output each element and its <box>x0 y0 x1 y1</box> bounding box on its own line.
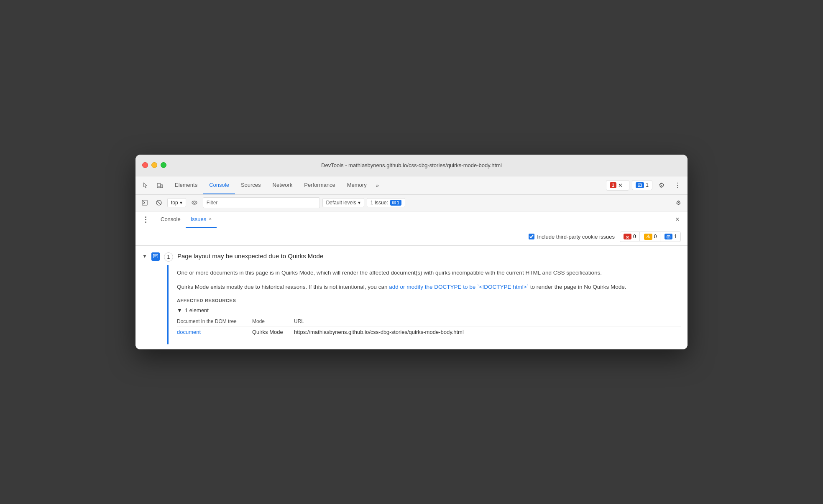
issue-badge: 1 <box>390 200 401 206</box>
console-toolbar: top ▾ Default levels ▾ 1 Issue: 1 ⚙ <box>135 195 688 211</box>
cursor-icon[interactable] <box>139 178 152 192</box>
maximize-button[interactable] <box>161 162 166 168</box>
traffic-lights <box>142 162 166 168</box>
main-toolbar: Elements Console Sources Network Perform… <box>135 176 688 195</box>
console-settings-button[interactable]: ⚙ <box>672 197 684 209</box>
info-count-filter[interactable]: 1 <box>661 232 680 241</box>
third-party-cookie-checkbox[interactable] <box>529 234 534 239</box>
tab-performance[interactable]: Performance <box>298 176 341 194</box>
svg-rect-3 <box>638 184 642 187</box>
issue-row: ▼ 1 Page layout may be unexpected due to… <box>142 251 681 262</box>
issue-detail: One or more documents in this page is in… <box>167 265 681 344</box>
issue-expand-arrow[interactable]: ▼ <box>142 253 147 259</box>
issue-title: Page layout may be unexpected due to Qui… <box>177 252 323 260</box>
issue-count-button[interactable]: 1 Issue: 1 <box>367 198 405 207</box>
run-script-button[interactable] <box>139 197 151 209</box>
tab-sources[interactable]: Sources <box>235 176 267 194</box>
error-count-button[interactable]: 1 ✕ <box>606 180 629 191</box>
issues-counts: 0 ⚠ 0 1 <box>620 232 681 242</box>
svg-rect-19 <box>153 254 158 258</box>
tab-console-panel[interactable]: Console <box>156 211 186 228</box>
resource-document-link[interactable]: document <box>177 329 201 335</box>
resources-table: Document in the DOM tree Mode URL docume… <box>177 317 681 338</box>
svg-point-9 <box>192 201 197 204</box>
panel-tabs: Console Issues × × <box>135 211 688 228</box>
col-header-mode: Mode <box>252 317 294 326</box>
issue-description-2: Quirks Mode exists mostly due to histori… <box>177 283 681 292</box>
svg-point-10 <box>194 202 195 204</box>
filter-input[interactable] <box>203 197 320 208</box>
doctype-link[interactable]: add or modify the DOCTYPE to be `<!DOCTY… <box>389 284 529 290</box>
affected-resources-label: AFFECTED RESOURCES <box>177 298 681 303</box>
chevron-down-icon: ▾ <box>358 200 360 206</box>
message-badge <box>636 182 644 188</box>
more-tabs-button[interactable]: » <box>373 182 382 188</box>
third-party-cookie-checkbox-label[interactable]: Include third-party cookie issues <box>529 234 615 240</box>
issue-type-icon <box>151 252 160 261</box>
col-header-document: Document in the DOM tree <box>177 317 252 326</box>
resource-document-cell: document <box>177 326 252 338</box>
title-bar: DevTools - mathiasbynens.github.io/css-d… <box>135 155 688 176</box>
devtools-window: DevTools - mathiasbynens.github.io/css-d… <box>135 155 688 349</box>
close-button[interactable] <box>142 162 148 168</box>
resource-url-cell: https://mathiasbynens.github.io/css-dbg-… <box>294 326 681 338</box>
svg-rect-16 <box>667 236 670 238</box>
tab-memory[interactable]: Memory <box>341 176 373 194</box>
minimize-button[interactable] <box>151 162 157 168</box>
more-options-button[interactable]: ⋮ <box>671 178 684 192</box>
resource-mode-cell: Quirks Mode <box>252 326 294 338</box>
svg-rect-11 <box>393 201 396 204</box>
tab-console[interactable]: Console <box>203 176 235 194</box>
svg-line-8 <box>157 201 161 205</box>
block-button[interactable] <box>153 197 165 209</box>
table-row: document Quirks Mode https://mathiasbyne… <box>177 326 681 338</box>
warning-count-filter[interactable]: ⚠ 0 <box>641 232 661 242</box>
tab-network[interactable]: Network <box>267 176 299 194</box>
chevron-down-icon: ▾ <box>180 200 182 206</box>
tab-elements[interactable]: Elements <box>169 176 203 194</box>
error-count-badge <box>624 234 631 239</box>
eye-button[interactable] <box>189 197 200 209</box>
error-count-filter[interactable]: 0 <box>620 232 640 241</box>
panel-menu-button[interactable] <box>141 214 151 224</box>
tab-list: Elements Console Sources Network Perform… <box>169 176 605 194</box>
warning-count-badge: ⚠ <box>644 234 652 240</box>
issue-count-circle: 1 <box>164 252 173 262</box>
close-issues-tab-button[interactable]: × <box>209 216 212 222</box>
device-icon[interactable] <box>153 178 166 192</box>
toolbar-right: 1 ✕ 1 ⚙ ⋮ <box>606 178 684 192</box>
close-panel-button[interactable]: × <box>672 214 682 224</box>
issues-filter-bar: Include third-party cookie issues 0 ⚠ 0 <box>135 228 688 246</box>
issues-panel: ▼ 1 Page layout may be unexpected due to… <box>135 246 688 349</box>
settings-button[interactable]: ⚙ <box>655 178 668 192</box>
top-context-selector[interactable]: top ▾ <box>167 198 186 207</box>
content-area: Console Issues × × Include third-party c… <box>135 211 688 349</box>
window-title: DevTools - mathiasbynens.github.io/css-d… <box>321 162 502 168</box>
error-badge: 1 <box>610 182 616 188</box>
expand-arrow-icon: ▼ <box>177 307 182 313</box>
default-levels-button[interactable]: Default levels ▾ <box>322 198 364 207</box>
info-count-badge <box>665 234 672 239</box>
tab-issues-panel[interactable]: Issues × <box>186 211 217 228</box>
issue-description-1: One or more documents in this page is in… <box>177 268 681 277</box>
message-count-button[interactable]: 1 <box>632 180 652 190</box>
resources-expander[interactable]: ▼ 1 element <box>177 307 681 313</box>
issue-description: One or more documents in this page is in… <box>177 268 681 291</box>
svg-rect-1 <box>161 185 163 188</box>
col-header-url: URL <box>294 317 681 326</box>
